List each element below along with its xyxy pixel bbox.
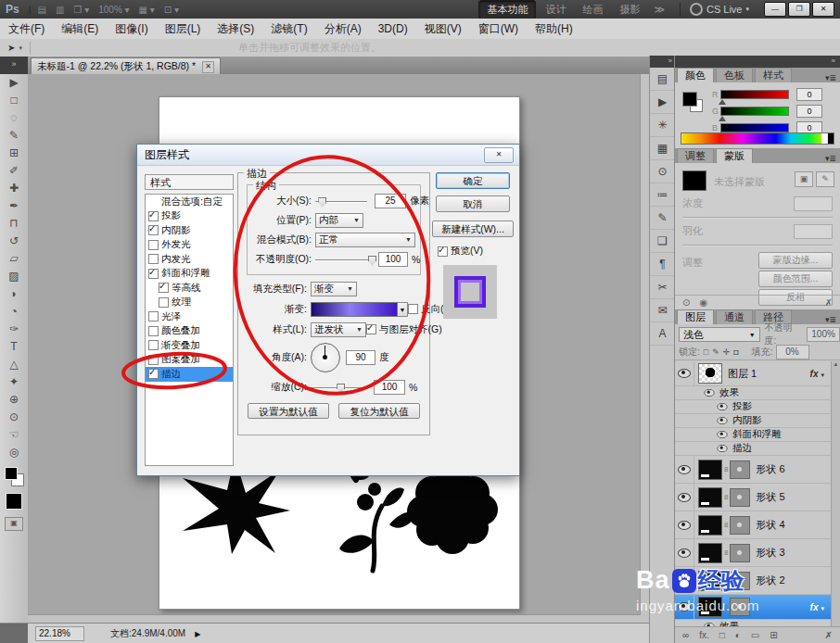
visibility-eye-icon[interactable] xyxy=(717,403,727,410)
style-list-item[interactable]: 渐变叠加 xyxy=(146,338,233,353)
pen-tool[interactable]: ✑ xyxy=(0,321,28,338)
visibility-eye-icon[interactable] xyxy=(678,548,691,558)
menu-item[interactable]: 分析(A) xyxy=(316,19,370,39)
zoom-tool[interactable]: ◎ xyxy=(0,444,28,461)
set-default-button[interactable]: 设置为默认值 xyxy=(248,403,329,419)
brush-presets-panel-icon[interactable]: ✎ xyxy=(650,207,675,230)
panel-tab[interactable]: 样式 xyxy=(755,68,792,82)
layer-fx-icon[interactable]: fx▾ xyxy=(810,602,824,612)
menu-item[interactable]: 文件(F) xyxy=(0,19,53,39)
scale-input[interactable]: 100 xyxy=(374,380,405,395)
mask-link-icon[interactable]: 8 xyxy=(724,493,728,501)
restore-button[interactable]: ❐ xyxy=(788,2,810,17)
gradient-tool[interactable]: ▨ xyxy=(0,268,28,285)
toolbar-collapse-icon[interactable]: » xyxy=(0,57,28,74)
cs-live-menu[interactable]: CS Live ▾ xyxy=(680,3,749,16)
workspace-overflow-icon[interactable]: ≫ xyxy=(654,4,665,16)
mask-link-icon[interactable]: 8 xyxy=(724,465,728,473)
quick-selection-tool[interactable]: ✎ xyxy=(0,127,28,145)
mask-link-icon[interactable]: 8 xyxy=(724,548,728,557)
effects-header-row[interactable]: 效果 xyxy=(675,620,832,626)
style-list-item[interactable]: 内发光 xyxy=(146,252,233,267)
close-button[interactable]: ✕ xyxy=(812,2,834,17)
style-list-item[interactable]: 图案叠加 xyxy=(146,353,233,368)
layer-fx-icon[interactable]: fx▾ xyxy=(810,369,824,379)
vector-mask-thumbnail[interactable] xyxy=(730,516,750,535)
dialog-close-icon[interactable]: ✕ xyxy=(484,147,514,163)
style-checkbox[interactable] xyxy=(148,254,159,264)
lock-all-icon[interactable]: ◘ xyxy=(733,347,738,357)
mini-bridge-icon[interactable]: ▥ xyxy=(56,5,64,15)
minimize-button[interactable]: — xyxy=(764,2,786,17)
shape-layer-row[interactable]: 8 形状 3 xyxy=(675,539,832,567)
lock-pixels-icon[interactable]: ✎ xyxy=(712,347,719,357)
link-layers-icon[interactable]: ∞ xyxy=(682,630,689,640)
visibility-eye-icon[interactable] xyxy=(678,369,691,378)
vector-mask-thumbnail[interactable] xyxy=(730,598,750,616)
layer-thumbnail[interactable] xyxy=(698,487,722,508)
style-list-item[interactable]: 光泽 xyxy=(146,309,233,324)
history-brush-tool[interactable]: ↺ xyxy=(0,233,28,250)
opacity-slider[interactable] xyxy=(315,255,373,264)
paragraph-panel-icon[interactable]: ¶ xyxy=(650,253,675,276)
style-checkbox[interactable] xyxy=(148,269,159,279)
lock-position-icon[interactable]: ✛ xyxy=(723,347,731,357)
style-list-item[interactable]: 投影 xyxy=(146,209,233,224)
panel-tab[interactable]: 颜色 xyxy=(677,68,714,82)
menu-item[interactable]: 3D(D) xyxy=(370,19,416,39)
mask-link-icon[interactable]: 8 xyxy=(724,521,728,529)
blend-mode-select[interactable]: 浅色▼ xyxy=(679,327,760,342)
layers-opacity-value[interactable]: 100% xyxy=(807,327,840,342)
workspace-button[interactable]: 摄影 xyxy=(612,1,647,19)
blue-slider[interactable] xyxy=(720,123,789,132)
status-options-icon[interactable]: ▶ xyxy=(195,630,200,638)
path-selection-tool[interactable]: △ xyxy=(0,356,28,373)
panel-menu-icon[interactable]: ▾≣ xyxy=(825,315,836,324)
red-slider[interactable] xyxy=(720,90,789,99)
style-list-item[interactable]: 斜面和浮雕 xyxy=(146,267,233,282)
move-tool[interactable]: ▶ xyxy=(0,74,28,92)
style-list-item[interactable]: 混合选项:自定 xyxy=(146,195,233,209)
gradient-style-dropdown[interactable]: 迸发状▼ xyxy=(311,322,366,337)
panel-menu-icon[interactable]: ▾≣ xyxy=(825,154,836,163)
character-panel-icon[interactable]: A xyxy=(650,322,675,346)
layer-thumbnail[interactable] xyxy=(698,597,722,617)
rotate-3d-tool[interactable]: ⊕ xyxy=(0,391,28,409)
dialog-title-bar[interactable]: 图层样式 ✕ xyxy=(137,145,519,166)
zoom-level-input[interactable]: 22.18% xyxy=(35,626,84,641)
zoom-level-icon[interactable]: 100% ▾ xyxy=(98,5,129,15)
opacity-input[interactable]: 100 xyxy=(378,252,408,267)
menu-item[interactable]: 图层(L) xyxy=(157,19,210,39)
new-layer-icon[interactable]: ⊞ xyxy=(770,630,777,640)
visibility-eye-icon[interactable] xyxy=(678,602,691,611)
dock-collapse-icon[interactable]: » xyxy=(650,56,675,68)
shape-layer-row[interactable]: 8 形状 5 xyxy=(675,484,832,511)
foreground-color-swatch[interactable] xyxy=(5,467,18,480)
style-checkbox[interactable] xyxy=(148,211,159,221)
size-input[interactable]: 25 xyxy=(375,194,406,208)
visibility-eye-icon[interactable] xyxy=(717,417,727,424)
menu-item[interactable]: 选择(S) xyxy=(209,19,262,39)
effect-row[interactable]: 描边 xyxy=(675,442,832,456)
brush-tool[interactable]: ✒ xyxy=(0,197,28,215)
layer-name[interactable]: 形状 4 xyxy=(756,518,784,532)
adjust-panel-icon[interactable]: ✳ xyxy=(650,114,675,137)
tool-presets-panel-icon[interactable]: ≔ xyxy=(650,183,675,207)
vector-mask-thumbnail[interactable] xyxy=(730,460,750,479)
shape-layer-row[interactable]: 8 形状 6 xyxy=(675,456,832,484)
fill-value[interactable]: 0% xyxy=(776,345,809,359)
layer-thumbnail[interactable] xyxy=(698,515,722,536)
blend-mode-dropdown[interactable]: 正常▼ xyxy=(315,233,415,247)
effects-header-row[interactable]: 效果 xyxy=(675,386,832,400)
style-checkbox[interactable] xyxy=(159,283,169,293)
effect-row[interactable]: 内阴影 xyxy=(675,414,832,428)
size-slider[interactable] xyxy=(315,196,367,206)
tool-preset-dropdown-icon[interactable]: ▾ xyxy=(19,42,31,55)
fill-type-dropdown[interactable]: 渐变▼ xyxy=(311,282,357,296)
bridge-icon[interactable]: ▤ xyxy=(38,5,46,15)
panels-collapse-icon[interactable]: » xyxy=(675,56,840,68)
shape-layer-row[interactable]: 8 形状 2 xyxy=(675,567,832,595)
menu-item[interactable]: 视图(V) xyxy=(416,19,470,39)
menu-item[interactable]: 滤镜(T) xyxy=(262,19,315,39)
image-panel-icon[interactable]: ▦ xyxy=(650,137,675,160)
